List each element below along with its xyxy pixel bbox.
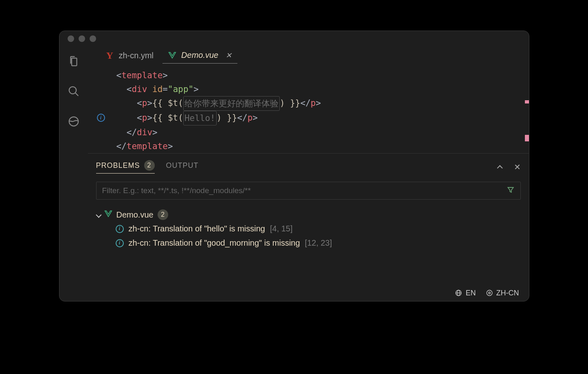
info-icon: i bbox=[116, 225, 124, 233]
vue-file-icon bbox=[104, 210, 112, 220]
tab-label: zh-cn.yml bbox=[119, 51, 154, 60]
eye-icon bbox=[486, 289, 493, 297]
source-language-status[interactable]: EN bbox=[455, 289, 476, 297]
problem-message: zh-cn: Translation of "hello" is missing bbox=[129, 224, 265, 233]
yaml-file-icon: Y bbox=[106, 51, 114, 59]
problem-item[interactable]: i zh-cn: Translation of "good_morning" i… bbox=[96, 236, 521, 250]
problems-list: Demo.vue 2 i zh-cn: Translation of "hell… bbox=[96, 208, 521, 250]
tab-zh-cn-yml[interactable]: Y zh-cn.yml bbox=[100, 48, 160, 64]
window-titlebar bbox=[59, 31, 529, 46]
bottom-panel: PROBLEMS 2 OUTPUT ✕ bbox=[88, 153, 529, 285]
tab-label: Demo.vue bbox=[181, 51, 218, 60]
editor-tabs: Y zh-cn.yml Demo.vue ✕ bbox=[88, 46, 529, 64]
chevron-down-icon bbox=[96, 210, 100, 220]
code-editor[interactable]: <template> <div id="app"> <p>{{ $t(给你带来更… bbox=[88, 64, 529, 153]
minimize-window-button[interactable] bbox=[79, 35, 85, 42]
display-lang-label: ZH-CN bbox=[496, 289, 519, 297]
panel-tab-label: OUTPUT bbox=[166, 161, 199, 170]
output-tab[interactable]: OUTPUT bbox=[166, 161, 199, 172]
close-panel-icon[interactable]: ✕ bbox=[514, 162, 521, 172]
inline-translation-hint: 给你带来更好的翻译体验 bbox=[183, 96, 280, 111]
editor-window: Y zh-cn.yml Demo.vue ✕ <template> <div i… bbox=[59, 31, 529, 301]
globe-icon bbox=[455, 289, 462, 297]
status-bar: EN ZH-CN bbox=[455, 285, 529, 301]
tab-demo-vue[interactable]: Demo.vue ✕ bbox=[162, 47, 237, 64]
close-tab-icon[interactable]: ✕ bbox=[226, 51, 232, 60]
activity-bar bbox=[59, 46, 88, 285]
minimap-marker[interactable] bbox=[525, 135, 529, 141]
problems-count-badge: 2 bbox=[144, 160, 155, 171]
problem-message: zh-cn: Translation of "good_morning" is … bbox=[129, 238, 300, 248]
problem-location: [4, 15] bbox=[270, 224, 293, 233]
problem-location: [12, 23] bbox=[305, 238, 332, 248]
source-lang-label: EN bbox=[465, 289, 476, 297]
file-problems-count-badge: 2 bbox=[158, 209, 168, 220]
search-icon[interactable] bbox=[67, 85, 80, 98]
inline-translation-hint: Hello! bbox=[183, 111, 217, 125]
svg-point-6 bbox=[487, 290, 492, 296]
problem-file-group[interactable]: Demo.vue 2 bbox=[96, 208, 521, 222]
problem-file-name: Demo.vue bbox=[116, 210, 154, 220]
panel-tab-label: PROBLEMS bbox=[96, 161, 140, 170]
svg-line-1 bbox=[75, 93, 78, 96]
maximize-window-button[interactable] bbox=[90, 35, 96, 42]
minimap-marker[interactable] bbox=[525, 100, 529, 103]
problems-filter-input[interactable] bbox=[97, 182, 501, 199]
display-language-status[interactable]: ZH-CN bbox=[486, 289, 519, 297]
problem-item[interactable]: i zh-cn: Translation of "hello" is missi… bbox=[96, 222, 521, 236]
gutter-info-icon[interactable]: i bbox=[96, 113, 106, 123]
explorer-icon[interactable] bbox=[67, 55, 80, 68]
info-icon: i bbox=[116, 239, 124, 247]
i18n-globe-icon[interactable] bbox=[67, 115, 80, 128]
svg-point-0 bbox=[69, 87, 76, 94]
problems-tab[interactable]: PROBLEMS 2 bbox=[96, 160, 155, 174]
collapse-panel-icon[interactable] bbox=[498, 162, 502, 172]
svg-point-7 bbox=[488, 292, 490, 294]
problems-filter bbox=[96, 182, 521, 200]
vue-file-icon bbox=[168, 51, 176, 59]
filter-icon[interactable] bbox=[501, 183, 520, 199]
close-window-button[interactable] bbox=[68, 35, 74, 42]
